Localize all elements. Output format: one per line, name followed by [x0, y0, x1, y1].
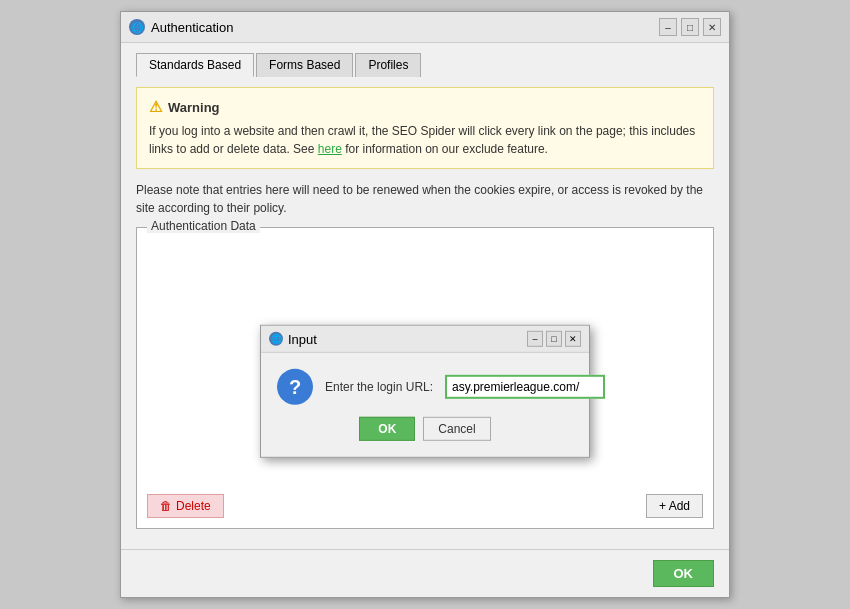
modal-controls: – □ ✕ [527, 331, 581, 347]
content-area: Standards Based Forms Based Profiles ⚠ W… [121, 43, 729, 544]
app-icon: 🌐 [129, 19, 145, 35]
login-url-input[interactable] [445, 375, 605, 399]
modal-title-left: 🌐 Input [269, 331, 317, 346]
auth-data-label: Authentication Data [147, 219, 260, 233]
maximize-button[interactable]: □ [681, 18, 699, 36]
auth-data-bottom-buttons: 🗑 Delete + Add [147, 494, 703, 518]
window-title: Authentication [151, 20, 233, 35]
modal-cancel-button[interactable]: Cancel [423, 417, 490, 441]
delete-label: Delete [176, 499, 211, 513]
warning-header: ⚠ Warning [149, 98, 701, 116]
footer-bar: OK [121, 549, 729, 597]
modal-app-icon: 🌐 [269, 332, 283, 346]
title-bar: 🌐 Authentication – □ ✕ [121, 12, 729, 43]
tab-bar: Standards Based Forms Based Profiles [136, 53, 714, 77]
add-button[interactable]: + Add [646, 494, 703, 518]
auth-data-wrapper: Authentication Data 🌐 Input – □ [136, 227, 714, 529]
warning-text: If you log into a website and then crawl… [149, 122, 701, 158]
auth-data-group: Authentication Data 🌐 Input – □ [136, 227, 714, 529]
title-bar-left: 🌐 Authentication [129, 19, 233, 35]
modal-content: ? Enter the login URL: OK Cancel [261, 353, 589, 457]
auth-data-inner: 🌐 Input – □ ✕ ? [147, 238, 703, 488]
title-bar-controls: – □ ✕ [659, 18, 721, 36]
note-text: Please note that entries here will need … [136, 181, 714, 217]
minimize-button[interactable]: – [659, 18, 677, 36]
tab-profiles[interactable]: Profiles [355, 53, 421, 77]
modal-row: ? Enter the login URL: [277, 369, 573, 405]
modal-maximize-button[interactable]: □ [546, 331, 562, 347]
delete-button[interactable]: 🗑 Delete [147, 494, 224, 518]
modal-title: Input [288, 331, 317, 346]
warning-box: ⚠ Warning If you log into a website and … [136, 87, 714, 169]
modal-ok-button[interactable]: OK [359, 417, 415, 441]
modal-label: Enter the login URL: [325, 380, 433, 394]
question-icon: ? [277, 369, 313, 405]
trash-icon: 🗑 [160, 499, 172, 513]
tab-standards-based[interactable]: Standards Based [136, 53, 254, 77]
warning-link[interactable]: here [318, 142, 342, 156]
warning-icon: ⚠ [149, 98, 162, 116]
ok-main-button[interactable]: OK [653, 560, 715, 587]
warning-title: Warning [168, 100, 220, 115]
input-dialog: 🌐 Input – □ ✕ ? [260, 325, 590, 458]
main-window: 🌐 Authentication – □ ✕ Standards Based F… [120, 11, 730, 598]
modal-footer: OK Cancel [277, 417, 573, 445]
modal-title-bar: 🌐 Input – □ ✕ [261, 326, 589, 353]
close-button[interactable]: ✕ [703, 18, 721, 36]
warning-body-end: for information on our exclude feature. [342, 142, 548, 156]
tab-forms-based[interactable]: Forms Based [256, 53, 353, 77]
modal-minimize-button[interactable]: – [527, 331, 543, 347]
modal-close-button[interactable]: ✕ [565, 331, 581, 347]
